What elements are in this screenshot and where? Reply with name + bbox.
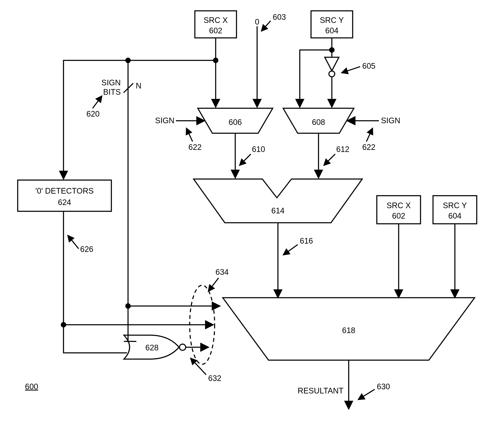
ref-622a: 622: [186, 128, 201, 152]
svg-text:SIGN: SIGN: [101, 78, 121, 87]
svg-text:628: 628: [145, 343, 158, 352]
svg-text:632: 632: [208, 374, 221, 383]
block-srcx-top: SRC X 602: [195, 11, 236, 38]
block-srcx-right: SRC X 602: [377, 196, 421, 224]
wire-srcx-to-zero-det: [63, 60, 216, 179]
svg-text:SRC X: SRC X: [387, 201, 411, 210]
svg-text:624: 624: [58, 198, 71, 207]
srcy-top-num: 604: [325, 26, 338, 35]
circuit-diagram: SRC X 602 SRC Y 604 0 603 605 606: [0, 0, 504, 433]
block-srcy-right: SRC Y 604: [433, 196, 477, 224]
nor-gate: 628: [124, 335, 186, 359]
srcy-top-label: SRC Y: [320, 16, 344, 25]
zero-input-label: 0: [255, 18, 259, 26]
svg-text:622: 622: [362, 143, 375, 152]
svg-text:620: 620: [86, 109, 99, 118]
svg-text:630: 630: [377, 382, 390, 391]
inverter-605: [325, 57, 339, 77]
svg-text:605: 605: [362, 62, 375, 70]
resultant-label: RESULTANT: [298, 386, 343, 395]
svg-text:634: 634: [216, 268, 229, 276]
ref-603: 603: [261, 13, 286, 31]
ref-610: 610: [239, 145, 265, 165]
wire-srcy-direct-to-mux608: [300, 50, 332, 107]
svg-text:626: 626: [80, 245, 93, 253]
ref-620: 620: [86, 96, 102, 118]
ref-626: 626: [68, 235, 93, 253]
ref-630: 630: [358, 382, 390, 400]
mux-608: 608: [283, 108, 354, 133]
sign-left-label: SIGN: [155, 116, 174, 125]
svg-text:618: 618: [342, 326, 355, 335]
ref-622b: 622: [362, 128, 375, 152]
ref-632: 632: [190, 358, 221, 383]
block-zero-detectors: '0' DETECTORS 624: [18, 180, 111, 211]
svg-text:614: 614: [271, 206, 284, 215]
svg-text:604: 604: [448, 211, 461, 220]
ref-634: 634: [208, 268, 229, 291]
figure-number: 600: [25, 382, 38, 391]
ref-605: 605: [342, 62, 375, 73]
mux-606: 606: [198, 108, 273, 133]
svg-text:SRC Y: SRC Y: [443, 201, 467, 210]
mux-618: 618: [223, 298, 475, 360]
svg-text:622: 622: [189, 143, 201, 152]
svg-text:610: 610: [252, 145, 265, 154]
svg-text:608: 608: [312, 118, 325, 126]
svg-text:606: 606: [229, 118, 242, 126]
srcx-top-label: SRC X: [204, 16, 228, 25]
svg-text:603: 603: [273, 13, 286, 21]
svg-text:N: N: [136, 81, 141, 90]
srcx-top-num: 602: [209, 26, 222, 35]
ref-616: 616: [283, 236, 313, 255]
svg-text:616: 616: [300, 236, 313, 245]
svg-text:612: 612: [336, 145, 349, 154]
bus-slash: SIGN BITS N: [101, 78, 141, 96]
ref-612: 612: [324, 145, 349, 165]
adder-614: 614: [194, 179, 362, 223]
sign-right-label: SIGN: [381, 116, 400, 125]
svg-text:602: 602: [392, 211, 405, 220]
svg-text:BITS: BITS: [103, 88, 121, 96]
svg-point-27: [180, 344, 186, 350]
svg-text:'0' DETECTORS: '0' DETECTORS: [35, 187, 94, 195]
block-srcy-top: SRC Y 604: [311, 11, 353, 38]
wire-zerodet-to-nor: [63, 325, 122, 353]
